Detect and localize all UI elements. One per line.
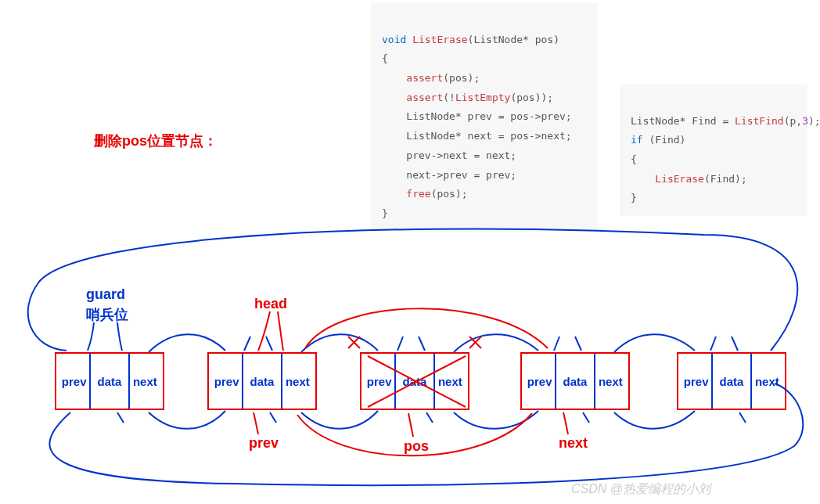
field-data: data: [714, 375, 750, 388]
label-next: next: [559, 435, 588, 452]
field-next: next: [128, 375, 163, 388]
code-token: prev->next = next;: [406, 149, 516, 161]
field-prev: prev: [361, 375, 397, 388]
node-fields: prev data next: [56, 375, 163, 388]
field-data: data: [558, 375, 593, 388]
code-token: (Find): [643, 134, 686, 146]
node-fields: prev data next: [522, 375, 628, 388]
field-prev: prev: [209, 375, 244, 388]
code-token: if: [631, 134, 643, 146]
code-token: }: [382, 207, 388, 219]
diagram-title: 删除pos位置节点：: [94, 131, 218, 150]
field-next: next: [593, 375, 628, 388]
code-token: {: [631, 153, 637, 165]
code-token: 3: [802, 115, 808, 127]
field-data: data: [397, 375, 433, 388]
code-token: LisErase: [655, 173, 704, 185]
code-token: free: [406, 188, 430, 200]
code-token: }: [631, 192, 637, 203]
code-token: void: [382, 34, 406, 45]
code-token: assert: [406, 92, 443, 103]
field-prev: prev: [56, 375, 92, 388]
label-head: head: [254, 296, 287, 312]
label-prev: prev: [249, 435, 279, 452]
code-block-main: void ListErase(ListNode* pos) { assert(p…: [371, 3, 598, 232]
code-token: (pos);: [443, 72, 480, 84]
code-token: ListNode* prev = pos->prev;: [406, 110, 571, 122]
code-token: (pos);: [431, 188, 468, 200]
label-sentinel: 哨兵位: [86, 305, 128, 324]
code-token: (!: [443, 92, 455, 103]
list-node-guard: prev data next: [55, 352, 164, 410]
node-fields: prev data next: [678, 375, 785, 388]
field-next: next: [433, 375, 468, 388]
list-node-next: prev data next: [520, 352, 630, 410]
code-token: ListEmpty: [455, 92, 510, 103]
code-token: ListNode* Find =: [631, 115, 735, 127]
field-next: next: [280, 375, 315, 388]
field-data: data: [245, 375, 280, 388]
list-node-tail: prev data next: [677, 352, 786, 410]
node-fields: prev data next: [361, 375, 468, 388]
field-next: next: [750, 375, 785, 388]
code-token: ListErase: [412, 34, 467, 45]
code-token: (p,: [784, 115, 802, 127]
code-token: (ListNode* pos): [468, 34, 559, 45]
label-pos: pos: [404, 438, 429, 455]
code-token: assert: [406, 72, 443, 84]
field-prev: prev: [522, 375, 557, 388]
code-block-side: ListNode* Find = ListFind(p,3); if (Find…: [620, 85, 807, 216]
code-token: ListFind: [735, 115, 784, 127]
code-token: next->prev = prev;: [406, 169, 516, 181]
code-token: ListNode* next = pos->next;: [406, 130, 571, 142]
label-guard: guard: [86, 286, 125, 303]
code-token: {: [382, 52, 388, 64]
code-token: );: [808, 115, 820, 127]
watermark: CSDN @热爱编程的小刘: [571, 481, 710, 498]
list-node-pos: prev data next: [360, 352, 469, 410]
field-prev: prev: [678, 375, 714, 388]
list-node-head: prev data next: [207, 352, 317, 410]
field-data: data: [92, 375, 128, 388]
code-token: (Find);: [704, 173, 747, 185]
node-fields: prev data next: [209, 375, 315, 388]
code-token: (pos));: [510, 92, 553, 103]
